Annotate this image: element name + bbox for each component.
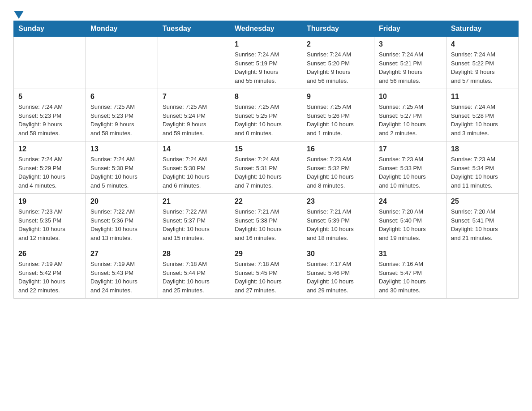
day-info: Sunrise: 7:18 AM Sunset: 5:44 PM Dayligh… [163,260,225,295]
day-info: Sunrise: 7:23 AM Sunset: 5:34 PM Dayligh… [451,155,514,190]
week-row-2: 5Sunrise: 7:24 AM Sunset: 5:23 PM Daylig… [14,89,519,141]
page-header [13,9,519,16]
day-number: 7 [163,93,225,101]
day-info: Sunrise: 7:21 AM Sunset: 5:39 PM Dayligh… [307,207,369,242]
calendar-cell: 8Sunrise: 7:25 AM Sunset: 5:25 PM Daylig… [230,89,302,141]
weekday-header-thursday: Thursday [302,21,374,37]
weekday-header-friday: Friday [374,21,446,37]
weekday-header-monday: Monday [86,21,158,37]
calendar-cell: 14Sunrise: 7:24 AM Sunset: 5:30 PM Dayli… [158,141,230,194]
calendar-cell: 30Sunrise: 7:17 AM Sunset: 5:46 PM Dayli… [302,246,374,299]
day-number: 12 [18,145,81,153]
day-number: 2 [307,40,369,48]
day-info: Sunrise: 7:24 AM Sunset: 5:19 PM Dayligh… [235,50,297,85]
calendar-cell: 26Sunrise: 7:19 AM Sunset: 5:42 PM Dayli… [14,246,86,299]
calendar-cell: 4Sunrise: 7:24 AM Sunset: 5:22 PM Daylig… [446,37,519,89]
calendar-cell: 9Sunrise: 7:25 AM Sunset: 5:26 PM Daylig… [302,89,374,141]
calendar-cell: 5Sunrise: 7:24 AM Sunset: 5:23 PM Daylig… [14,89,86,141]
day-info: Sunrise: 7:25 AM Sunset: 5:26 PM Dayligh… [307,103,369,137]
day-number: 5 [18,93,81,101]
day-number: 11 [451,93,514,101]
day-info: Sunrise: 7:24 AM Sunset: 5:28 PM Dayligh… [451,103,514,137]
calendar-cell [14,37,86,89]
calendar-cell: 11Sunrise: 7:24 AM Sunset: 5:28 PM Dayli… [446,89,519,141]
day-info: Sunrise: 7:24 AM Sunset: 5:31 PM Dayligh… [235,155,297,190]
weekday-header-saturday: Saturday [446,21,519,37]
day-number: 28 [163,250,225,258]
day-number: 25 [451,197,514,206]
week-row-3: 12Sunrise: 7:24 AM Sunset: 5:29 PM Dayli… [14,141,519,194]
day-number: 23 [307,197,369,206]
day-number: 8 [235,93,297,101]
day-number: 31 [379,250,442,258]
calendar-cell: 23Sunrise: 7:21 AM Sunset: 5:39 PM Dayli… [302,194,374,246]
calendar-cell: 15Sunrise: 7:24 AM Sunset: 5:31 PM Dayli… [230,141,302,194]
day-info: Sunrise: 7:24 AM Sunset: 5:21 PM Dayligh… [379,50,442,85]
day-info: Sunrise: 7:18 AM Sunset: 5:45 PM Dayligh… [235,260,297,295]
day-info: Sunrise: 7:22 AM Sunset: 5:37 PM Dayligh… [163,207,225,242]
calendar-cell [446,246,519,299]
day-number: 18 [451,145,514,153]
calendar-table: SundayMondayTuesdayWednesdayThursdayFrid… [13,21,519,299]
calendar-cell: 10Sunrise: 7:25 AM Sunset: 5:27 PM Dayli… [374,89,446,141]
calendar-cell: 25Sunrise: 7:20 AM Sunset: 5:41 PM Dayli… [446,194,519,246]
calendar-cell [86,37,158,89]
calendar-cell: 16Sunrise: 7:23 AM Sunset: 5:32 PM Dayli… [302,141,374,194]
weekday-header-row: SundayMondayTuesdayWednesdayThursdayFrid… [14,21,519,37]
day-info: Sunrise: 7:25 AM Sunset: 5:24 PM Dayligh… [163,103,225,137]
day-number: 10 [379,93,442,101]
calendar-cell: 28Sunrise: 7:18 AM Sunset: 5:44 PM Dayli… [158,246,230,299]
weekday-header-wednesday: Wednesday [230,21,302,37]
calendar-cell: 2Sunrise: 7:24 AM Sunset: 5:20 PM Daylig… [302,37,374,89]
logo [13,9,24,16]
day-info: Sunrise: 7:23 AM Sunset: 5:35 PM Dayligh… [18,207,81,242]
calendar-cell: 12Sunrise: 7:24 AM Sunset: 5:29 PM Dayli… [14,141,86,194]
calendar-cell: 17Sunrise: 7:23 AM Sunset: 5:33 PM Dayli… [374,141,446,194]
day-info: Sunrise: 7:20 AM Sunset: 5:41 PM Dayligh… [451,207,514,242]
calendar-cell: 1Sunrise: 7:24 AM Sunset: 5:19 PM Daylig… [230,37,302,89]
day-number: 30 [307,250,369,258]
day-info: Sunrise: 7:24 AM Sunset: 5:23 PM Dayligh… [18,103,81,137]
day-number: 15 [235,145,297,153]
logo-triangle-icon [14,11,24,19]
calendar-cell: 18Sunrise: 7:23 AM Sunset: 5:34 PM Dayli… [446,141,519,194]
weekday-header-sunday: Sunday [14,21,86,37]
day-info: Sunrise: 7:24 AM Sunset: 5:30 PM Dayligh… [163,155,225,190]
day-info: Sunrise: 7:25 AM Sunset: 5:23 PM Dayligh… [90,103,153,137]
day-number: 26 [18,250,81,258]
calendar-cell: 13Sunrise: 7:24 AM Sunset: 5:30 PM Dayli… [86,141,158,194]
day-info: Sunrise: 7:16 AM Sunset: 5:47 PM Dayligh… [379,260,442,295]
day-info: Sunrise: 7:24 AM Sunset: 5:22 PM Dayligh… [451,50,514,85]
day-info: Sunrise: 7:24 AM Sunset: 5:29 PM Dayligh… [18,155,81,190]
calendar-cell: 20Sunrise: 7:22 AM Sunset: 5:36 PM Dayli… [86,194,158,246]
day-info: Sunrise: 7:25 AM Sunset: 5:25 PM Dayligh… [235,103,297,137]
calendar-cell: 21Sunrise: 7:22 AM Sunset: 5:37 PM Dayli… [158,194,230,246]
calendar-cell [158,37,230,89]
calendar-cell: 27Sunrise: 7:19 AM Sunset: 5:43 PM Dayli… [86,246,158,299]
day-info: Sunrise: 7:24 AM Sunset: 5:30 PM Dayligh… [90,155,153,190]
day-number: 6 [90,93,153,101]
calendar-cell: 22Sunrise: 7:21 AM Sunset: 5:38 PM Dayli… [230,194,302,246]
day-info: Sunrise: 7:17 AM Sunset: 5:46 PM Dayligh… [307,260,369,295]
day-number: 22 [235,197,297,206]
day-info: Sunrise: 7:22 AM Sunset: 5:36 PM Dayligh… [90,207,153,242]
day-number: 14 [163,145,225,153]
week-row-4: 19Sunrise: 7:23 AM Sunset: 5:35 PM Dayli… [14,194,519,246]
calendar-cell: 7Sunrise: 7:25 AM Sunset: 5:24 PM Daylig… [158,89,230,141]
day-info: Sunrise: 7:19 AM Sunset: 5:42 PM Dayligh… [18,260,81,295]
day-info: Sunrise: 7:20 AM Sunset: 5:40 PM Dayligh… [379,207,442,242]
week-row-1: 1Sunrise: 7:24 AM Sunset: 5:19 PM Daylig… [14,37,519,89]
day-number: 3 [379,40,442,48]
day-number: 17 [379,145,442,153]
day-number: 4 [451,40,514,48]
day-number: 1 [235,40,297,48]
day-info: Sunrise: 7:21 AM Sunset: 5:38 PM Dayligh… [235,207,297,242]
calendar-cell: 19Sunrise: 7:23 AM Sunset: 5:35 PM Dayli… [14,194,86,246]
day-number: 13 [90,145,153,153]
week-row-5: 26Sunrise: 7:19 AM Sunset: 5:42 PM Dayli… [14,246,519,299]
weekday-header-tuesday: Tuesday [158,21,230,37]
calendar-cell: 6Sunrise: 7:25 AM Sunset: 5:23 PM Daylig… [86,89,158,141]
calendar-cell: 29Sunrise: 7:18 AM Sunset: 5:45 PM Dayli… [230,246,302,299]
calendar-cell: 3Sunrise: 7:24 AM Sunset: 5:21 PM Daylig… [374,37,446,89]
day-number: 27 [90,250,153,258]
